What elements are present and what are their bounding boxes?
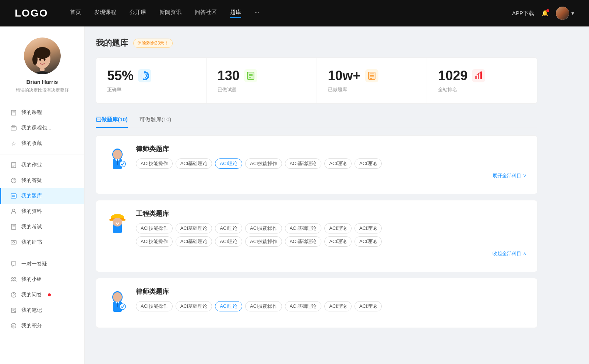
stat-done-questions: 130 已做试题 bbox=[207, 58, 317, 103]
svg-point-6 bbox=[43, 58, 45, 61]
bank-card-lawyer-1-header: 律师类题库 ACI技能操作 ACI基础理论 ACI理论 ACI技能操作 ACI基… bbox=[106, 144, 527, 179]
expand-link-1[interactable]: 展开全部科目 ∨ bbox=[136, 172, 527, 179]
tag-aci-basic-2[interactable]: ACI基础理论 bbox=[285, 158, 322, 169]
menu-my-courses-label: 我的课程 bbox=[21, 109, 42, 116]
bank-card-engineer-header: 工程类题库 ACI技能操作 ACI基础理论 ACI理论 ACI技能操作 ACI基… bbox=[106, 209, 527, 257]
certificate-icon bbox=[10, 239, 17, 246]
nav-qa[interactable]: 问答社区 bbox=[195, 9, 217, 18]
menu-qa[interactable]: ? 我的答疑 bbox=[0, 173, 84, 188]
l2-tag-theory-2[interactable]: ACI理论 bbox=[324, 301, 352, 311]
nav-more[interactable]: ··· bbox=[254, 9, 259, 18]
menu-my-qa[interactable]: ? 我的问答 bbox=[0, 287, 84, 303]
stat-ranking-top: 1029 bbox=[438, 68, 526, 83]
stat-done-questions-value: 130 bbox=[218, 68, 240, 83]
menu-points-label: 我的积分 bbox=[21, 322, 42, 329]
navbar: LOGO 首页 发现课程 公开课 新闻资讯 问答社区 题库 ··· APP下载 … bbox=[0, 0, 589, 26]
menu-course-package-label: 我的课程包... bbox=[21, 125, 52, 131]
nav-news[interactable]: 新闻资讯 bbox=[159, 9, 181, 18]
eng-tag-basic-3[interactable]: ACI基础理论 bbox=[176, 236, 212, 247]
nav-questions[interactable]: 题库 bbox=[230, 9, 241, 18]
main-layout: Brian Harris 错误的决定比没有决定要好 我的课程 我的课程包... … bbox=[0, 26, 589, 364]
tab-done-banks[interactable]: 已做题库(10) bbox=[96, 113, 128, 128]
tab-todo-banks[interactable]: 可做题库(10) bbox=[140, 113, 172, 128]
menu-exam[interactable]: 我的考试 bbox=[0, 219, 84, 235]
svg-point-58 bbox=[113, 150, 122, 159]
eng-tag-skill-1[interactable]: ACI技能操作 bbox=[136, 223, 173, 233]
svg-point-27 bbox=[13, 242, 15, 243]
menu-notes[interactable]: 我的笔记 bbox=[0, 303, 84, 318]
profile-motto: 错误的决定比没有决定要好 bbox=[16, 87, 69, 93]
tag-aci-basic-1[interactable]: ACI基础理论 bbox=[176, 158, 212, 169]
profile-name: Brian Harris bbox=[27, 79, 58, 85]
collapse-link-1[interactable]: 收起全部科目 ∧ bbox=[136, 250, 527, 257]
stat-accuracy-top: 55% bbox=[107, 68, 195, 83]
tag-aci-theory-active-1[interactable]: ACI理论 bbox=[215, 158, 242, 169]
eng-tag-skill-3[interactable]: ACI技能操作 bbox=[136, 236, 173, 247]
user-avatar-container[interactable]: ▾ bbox=[556, 7, 574, 20]
svg-rect-26 bbox=[11, 240, 16, 244]
eng-tag-skill-4[interactable]: ACI技能操作 bbox=[245, 236, 282, 247]
l2-tag-skill-1[interactable]: ACI技能操作 bbox=[136, 301, 173, 311]
l2-tag-basic-1[interactable]: ACI基础理论 bbox=[176, 301, 212, 311]
divider-1 bbox=[0, 154, 84, 154]
tag-aci-theory-2[interactable]: ACI理论 bbox=[324, 158, 352, 169]
notes-icon bbox=[10, 307, 17, 314]
bank-card-lawyer-1: 律师类题库 ACI技能操作 ACI基础理论 ACI理论 ACI技能操作 ACI基… bbox=[96, 135, 537, 194]
eng-tag-basic-2[interactable]: ACI基础理论 bbox=[285, 223, 322, 233]
eng-tag-theory-2[interactable]: ACI理论 bbox=[324, 223, 352, 233]
nav-open-course[interactable]: 公开课 bbox=[130, 9, 146, 18]
eng-tag-basic-1[interactable]: ACI基础理论 bbox=[176, 223, 212, 233]
profile-avatar bbox=[24, 38, 61, 74]
course-icon bbox=[10, 109, 17, 116]
eng-tag-theory-6[interactable]: ACI理论 bbox=[355, 236, 382, 247]
menu-profile[interactable]: 我的资料 bbox=[0, 204, 84, 219]
menu-notes-label: 我的笔记 bbox=[21, 307, 42, 314]
l2-tag-skill-2[interactable]: ACI技能操作 bbox=[245, 301, 282, 311]
eng-tag-basic-4[interactable]: ACI基础理论 bbox=[285, 236, 322, 247]
nav-home[interactable]: 首页 bbox=[70, 9, 81, 18]
menu-one-on-one[interactable]: 一对一答疑 bbox=[0, 256, 84, 272]
stat-done-questions-top: 130 bbox=[218, 68, 306, 83]
menu-my-courses[interactable]: 我的课程 bbox=[0, 105, 84, 120]
svg-point-70 bbox=[113, 292, 122, 302]
nav-items: 首页 发现课程 公开课 新闻资讯 问答社区 题库 ··· bbox=[70, 9, 512, 18]
menu-question-bank-label: 我的题库 bbox=[21, 193, 42, 199]
svg-point-35 bbox=[14, 311, 16, 313]
svg-point-40 bbox=[143, 74, 147, 78]
menu-points[interactable]: 积 我的积分 bbox=[0, 318, 84, 333]
eng-tag-theory-5[interactable]: ACI理论 bbox=[324, 236, 352, 247]
tag-aci-theory-3[interactable]: ACI理论 bbox=[355, 158, 382, 169]
l2-tag-basic-2[interactable]: ACI基础理论 bbox=[285, 301, 322, 311]
my-qa-icon: ? bbox=[10, 292, 17, 298]
menu-favorites[interactable]: ☆ 我的收藏 bbox=[0, 136, 84, 151]
qa-notification-dot bbox=[48, 293, 51, 296]
notification-bell-icon[interactable]: 🔔 bbox=[542, 10, 549, 17]
l2-tag-theory-active[interactable]: ACI理论 bbox=[215, 301, 242, 311]
logo: LOGO bbox=[15, 7, 48, 19]
bank-card-lawyer-2-content: 律师类题库 ACI技能操作 ACI基础理论 ACI理论 ACI技能操作 ACI基… bbox=[136, 287, 527, 311]
svg-rect-60 bbox=[117, 160, 118, 165]
menu-question-bank[interactable]: 我的题库 bbox=[0, 188, 84, 204]
eng-tag-theory-1[interactable]: ACI理论 bbox=[215, 223, 242, 233]
stat-done-banks: 10w+ 已做题库 bbox=[317, 58, 427, 103]
l2-tag-theory-3[interactable]: ACI理论 bbox=[355, 301, 382, 311]
menu-course-package[interactable]: 我的课程包... bbox=[0, 120, 84, 136]
menu-certificate[interactable]: 我的证书 bbox=[0, 235, 84, 250]
nav-discover[interactable]: 发现课程 bbox=[94, 9, 116, 18]
menu-group[interactable]: 我的小组 bbox=[0, 272, 84, 287]
tag-aci-skill-2[interactable]: ACI技能操作 bbox=[245, 158, 282, 169]
stat-done-questions-label: 已做试题 bbox=[218, 86, 306, 93]
group-icon bbox=[10, 276, 17, 283]
menu-homework[interactable]: 我的作业 bbox=[0, 157, 84, 173]
eng-tag-theory-3[interactable]: ACI理论 bbox=[355, 223, 382, 233]
exam-icon bbox=[10, 224, 17, 230]
app-download-button[interactable]: APP下载 bbox=[512, 10, 534, 17]
svg-point-0 bbox=[32, 71, 53, 74]
bank-card-engineer-content: 工程类题库 ACI技能操作 ACI基础理论 ACI理论 ACI技能操作 ACI基… bbox=[136, 209, 527, 257]
svg-rect-52 bbox=[475, 76, 477, 79]
svg-point-28 bbox=[12, 278, 14, 279]
main-content: 我的题库 体验剩余23天！ 55% bbox=[85, 26, 589, 364]
eng-tag-skill-2[interactable]: ACI技能操作 bbox=[245, 223, 282, 233]
tag-aci-skill-1[interactable]: ACI技能操作 bbox=[136, 158, 173, 169]
eng-tag-theory-4[interactable]: ACI理论 bbox=[215, 236, 242, 247]
